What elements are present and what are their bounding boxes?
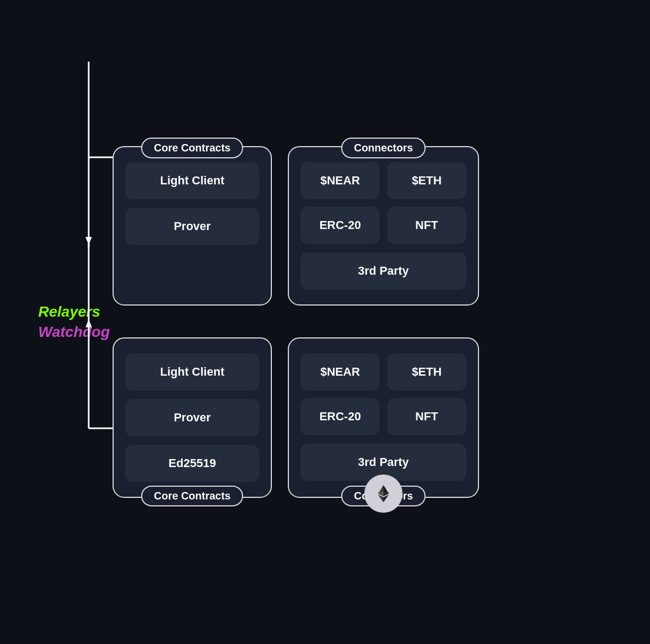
side-labels: Relayers Watchdog [38,303,110,341]
top-row: Core Contracts Light Client Prover Conne… [113,146,601,306]
bottom-prover-card: Prover [125,399,259,436]
bottom-connectors-grid: $NEAR $ETH ERC-20 NFT [301,353,466,435]
top-core-contracts-label: Core Contracts [141,138,243,158]
bottom-row: Core Contracts Light Client Prover Ed255… [113,337,601,498]
bottom-core-contracts-label: Core Contracts [141,486,243,506]
top-spacer-card [125,253,259,277]
bottom-light-client-card: Light Client [125,353,259,391]
bottom-nft-card: NFT [387,398,466,435]
top-3rdparty-card: 3rd Party [301,252,466,290]
bottom-core-contracts-panel: Core Contracts Light Client Prover Ed255… [113,337,272,498]
bottom-erc20-card: ERC-20 [301,398,380,435]
bottom-near-card: $NEAR [301,353,380,391]
top-erc20-card: ERC-20 [301,207,380,244]
diagram-wrapper: Relayers Watchdog Core Contracts [33,14,617,630]
top-core-contracts-panel: Core Contracts Light Client Prover [113,146,272,306]
top-prover-card: Prover [125,208,259,245]
top-connectors-label: Connectors [341,138,425,158]
top-light-client-card: Light Client [125,162,259,199]
top-connectors-panel: Connectors $NEAR $ETH ERC-20 NFT [288,146,479,306]
bottom-ed25519-card: Ed25519 [125,445,259,482]
svg-marker-5 [85,237,92,245]
watchdog-label: Watchdog [38,324,110,341]
eth-svg [374,484,393,503]
bottom-connectors-panel: Connectors $NEAR $ETH ERC-20 NFT [288,337,479,498]
rows-container: Core Contracts Light Client Prover Conne… [113,146,601,498]
relayers-label: Relayers [38,303,100,320]
top-eth-card: $ETH [387,162,466,199]
top-nft-card: NFT [387,207,466,244]
top-near-card: $NEAR [301,162,380,199]
top-connectors-grid: $NEAR $ETH ERC-20 NFT [301,162,466,244]
bottom-eth-card: $ETH [387,353,466,391]
ethereum-icon [364,474,403,513]
